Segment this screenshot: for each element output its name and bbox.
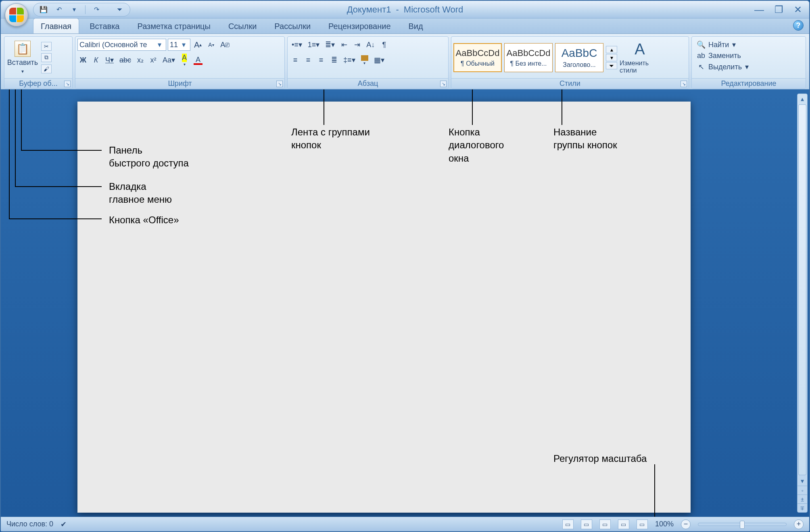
- qat-customize-icon[interactable]: ⏷: [115, 5, 124, 14]
- qat-dropdown-icon[interactable]: ▾: [70, 5, 79, 14]
- callout-ribbon: Лента с группами кнопок: [291, 126, 370, 152]
- help-button[interactable]: ?: [793, 20, 804, 31]
- undo-icon[interactable]: ↶: [54, 5, 63, 14]
- find-button[interactable]: 🔍Найти ▾: [697, 40, 749, 49]
- style-expand[interactable]: ⏷: [606, 62, 617, 69]
- tab-references[interactable]: Ссылки: [221, 19, 264, 33]
- format-painter-button[interactable]: 🖌: [41, 64, 52, 73]
- cut-button[interactable]: ✂: [41, 42, 52, 51]
- group-editing: 🔍Найти ▾ abЗаменить ↖Выделить ▾ Редактир…: [691, 36, 806, 89]
- tab-view[interactable]: Вид: [401, 19, 430, 33]
- replace-button[interactable]: abЗаменить: [697, 52, 749, 60]
- vertical-scrollbar[interactable]: ▴ ▾ ◦ ± ∓: [797, 94, 808, 513]
- view-outline[interactable]: ▭: [618, 520, 629, 529]
- zoom-slider[interactable]: [698, 523, 787, 526]
- tab-mailings[interactable]: Рассылки: [267, 19, 318, 33]
- style-no-spacing[interactable]: AaBbCcDd ¶ Без инте...: [504, 43, 553, 72]
- decrease-indent-button[interactable]: ⇤: [338, 39, 350, 51]
- select-button[interactable]: ↖Выделить ▾: [697, 62, 749, 71]
- shrink-font-button[interactable]: A▾: [205, 39, 217, 51]
- scroll-down-button[interactable]: ▾: [797, 476, 807, 486]
- strike-button[interactable]: abc: [117, 54, 133, 66]
- callout-groupname: Название группы кнопок: [553, 126, 617, 152]
- scroll-up-button[interactable]: ▴: [797, 94, 807, 104]
- word-window: 💾 ↶ ▾ ↷ ⏷ Документ1 - Microsoft Word — ❐…: [0, 0, 810, 532]
- style-scroll-up[interactable]: ▴: [606, 46, 617, 53]
- grow-font-button[interactable]: A▴: [192, 39, 204, 51]
- view-print-layout[interactable]: ▭: [562, 520, 574, 529]
- font-dialog-launcher[interactable]: ↘: [276, 81, 283, 87]
- multilevel-button[interactable]: ≣▾: [323, 39, 337, 51]
- tab-home[interactable]: Главная: [33, 18, 79, 33]
- zoom-in-button[interactable]: +: [794, 520, 804, 529]
- italic-button[interactable]: К: [90, 54, 102, 66]
- align-left-button[interactable]: ≡: [290, 54, 301, 66]
- group-styles-label: Стили ↘: [451, 78, 689, 89]
- borders-button[interactable]: ▦▾: [372, 54, 386, 66]
- show-marks-button[interactable]: ¶: [378, 39, 390, 51]
- paragraph-dialog-launcher[interactable]: ↘: [440, 81, 447, 87]
- align-center-button[interactable]: ≡: [303, 54, 314, 66]
- document-area: Лента с группами кнопок Кнопка диалогово…: [1, 89, 809, 517]
- next-page-button[interactable]: ∓: [797, 503, 807, 512]
- zoom-slider-knob[interactable]: [740, 521, 745, 529]
- leader-line: [15, 186, 102, 187]
- browse-object-button[interactable]: ◦: [797, 486, 807, 495]
- change-styles-button[interactable]: A Изменить стили: [620, 41, 660, 74]
- proofing-icon[interactable]: ✔: [61, 520, 67, 529]
- app-name: Microsoft Word: [404, 4, 463, 15]
- scroll-thumb[interactable]: [798, 104, 806, 475]
- bold-button[interactable]: Ж: [77, 54, 89, 66]
- callout-qat: Панель быстрого доступа: [109, 144, 189, 170]
- titlebar: 💾 ↶ ▾ ↷ ⏷ Документ1 - Microsoft Word — ❐…: [1, 1, 809, 19]
- subscript-button[interactable]: x₂: [135, 54, 146, 66]
- qat-separator: [85, 5, 86, 14]
- justify-button[interactable]: ≣: [328, 54, 340, 66]
- highlight-button[interactable]: A▾: [179, 54, 190, 66]
- clipboard-dialog-launcher[interactable]: ↘: [64, 81, 71, 87]
- styles-dialog-launcher[interactable]: ↘: [681, 81, 687, 87]
- leader-line: [21, 150, 102, 151]
- superscript-button[interactable]: x²: [148, 54, 159, 66]
- tab-page-layout[interactable]: Разметка страницы: [130, 19, 217, 33]
- tab-review[interactable]: Рецензирование: [321, 19, 398, 33]
- increase-indent-button[interactable]: ⇥: [351, 39, 363, 51]
- underline-button[interactable]: Ч▾: [103, 54, 116, 66]
- numbering-button[interactable]: 1≡▾: [306, 39, 322, 51]
- font-name-combo[interactable]: Calibri (Основной те▾: [77, 39, 166, 51]
- save-icon[interactable]: 💾: [39, 5, 48, 14]
- change-case-button[interactable]: Aa▾: [161, 54, 177, 66]
- sort-button[interactable]: A↓: [364, 39, 377, 51]
- view-full-screen[interactable]: ▭: [581, 520, 592, 529]
- maximize-button[interactable]: ❐: [775, 4, 783, 15]
- close-button[interactable]: ✕: [794, 4, 802, 15]
- minimize-button[interactable]: —: [754, 4, 764, 15]
- paste-button[interactable]: 📋 Вставить ▾: [6, 39, 39, 76]
- style-normal[interactable]: AaBbCcDd ¶ Обычный: [453, 43, 502, 72]
- word-count[interactable]: Число слов: 0: [6, 520, 53, 528]
- tab-insert[interactable]: Вставка: [82, 19, 127, 33]
- copy-button[interactable]: ⧉: [41, 53, 52, 62]
- style-scroll-down[interactable]: ▾: [606, 54, 617, 61]
- redo-icon[interactable]: ↷: [92, 5, 101, 14]
- style-heading1[interactable]: AaBbC Заголово...: [555, 43, 603, 72]
- zoom-percent[interactable]: 100%: [655, 520, 674, 528]
- page-canvas[interactable]: Лента с группами кнопок Кнопка диалогово…: [77, 102, 691, 513]
- clear-format-button[interactable]: A⎚: [218, 39, 232, 51]
- align-right-button[interactable]: ≡: [315, 54, 327, 66]
- prev-page-button[interactable]: ±: [797, 495, 807, 503]
- shading-button[interactable]: ▾: [359, 54, 370, 66]
- office-button[interactable]: [5, 3, 28, 27]
- line-spacing-button[interactable]: ‡≡▾: [341, 54, 357, 66]
- font-color-button[interactable]: A: [192, 54, 205, 66]
- cursor-icon: ↖: [697, 63, 705, 71]
- bullets-button[interactable]: •≡▾: [290, 39, 304, 51]
- callout-office: Кнопка «Office»: [109, 214, 179, 227]
- zoom-out-button[interactable]: −: [681, 520, 691, 529]
- font-size-combo[interactable]: 11▾: [168, 39, 190, 51]
- view-web[interactable]: ▭: [599, 520, 611, 529]
- tab-bar: Главная Вставка Разметка страницы Ссылки…: [1, 19, 809, 34]
- group-font: Calibri (Основной те▾ 11▾ A▴ A▾ A⎚ Ж К Ч…: [75, 36, 285, 89]
- view-draft[interactable]: ▭: [637, 520, 648, 529]
- leader-line: [9, 89, 10, 219]
